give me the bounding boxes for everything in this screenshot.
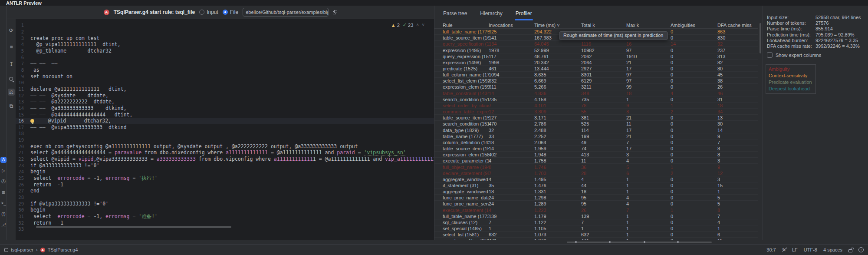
readonly-pen-icon[interactable]: ✎ xyxy=(782,247,786,253)
code-line[interactable]: 30begin xyxy=(16,207,434,213)
code-line[interactable]: 14—— —— @a333333333333 dtkind, xyxy=(16,105,434,112)
input-radio-dot[interactable] xyxy=(199,10,204,15)
column-header[interactable]: Time (ms) ˅ xyxy=(534,23,581,28)
code-line[interactable]: 15—— —— @a4444444444444444 dtint, xyxy=(16,111,434,118)
column-header[interactable]: Ambiguities xyxy=(671,23,717,28)
code-line[interactable]: 10 xyxy=(16,79,434,86)
table-row[interactable]: execute_parameter (1…41.75811403 xyxy=(434,158,758,164)
table-row[interactable]: aggregate_windowed…41.4954103 xyxy=(434,176,758,182)
expert-columns-checkbox[interactable] xyxy=(767,52,773,58)
code-line[interactable]: 7—— —— —— xyxy=(16,60,434,67)
encoding[interactable]: UTF-8 xyxy=(804,247,817,252)
code-line[interactable]: 1 xyxy=(16,22,434,29)
table-row[interactable]: func_proc_name_data…241.29895405 xyxy=(434,195,758,201)
table-row[interactable]: common_table_expressi…123.809558234 xyxy=(434,109,758,115)
refresh-icon[interactable]: ⟳ xyxy=(8,27,15,34)
code-line[interactable]: 20exec nb_com_getsysconfig @a11111111111… xyxy=(16,143,434,149)
column-header[interactable]: Invocations xyxy=(489,23,534,28)
code-line[interactable]: 2 xyxy=(16,29,434,35)
profiler-table-header[interactable]: RuleInvocationsTime (ms) ˅Total kMax kAm… xyxy=(434,21,758,29)
browse-file-icon[interactable] xyxy=(333,10,337,14)
hierarchy-icon[interactable]: ⧉ xyxy=(8,103,15,109)
code-line[interactable]: 13—— —— @a2222222222 dtdate, xyxy=(16,99,434,105)
table-row[interactable]: search_condition (1519)7354.1587351031 xyxy=(434,96,758,103)
file-path-field[interactable]: ebelice/Github/tsql-parser/examples/big.… xyxy=(243,8,329,17)
line-ending[interactable]: LF xyxy=(792,247,798,252)
column-header[interactable]: Max k xyxy=(626,23,671,28)
table-row[interactable]: select_list_elem (1592)6326.669612997038 xyxy=(434,78,758,84)
settings-branch-icon[interactable]: ⎇ xyxy=(0,222,7,228)
code-editor[interactable]: 123create proc up_com_test4 @p_vipa11111… xyxy=(16,19,434,240)
table-row[interactable]: full_table_name (1773)1391.179139107 xyxy=(434,213,758,219)
table-row[interactable]: search_condition (1517)4702.78652511030 xyxy=(434,121,758,127)
layers-icon[interactable]: ≣ xyxy=(0,189,7,195)
search-icon[interactable] xyxy=(8,76,15,83)
code-line[interactable]: 17—— —— @vipa333333333333 dtkind xyxy=(16,124,434,131)
table-row[interactable]: query_specification (1548)13464.04511161… xyxy=(434,41,758,47)
code-line[interactable]: 32 return -1 xyxy=(16,219,434,226)
next-issue-icon[interactable]: ˅ xyxy=(422,23,424,27)
code-line[interactable]: 24begin xyxy=(16,169,434,175)
table-row[interactable]: full_column_name (17…10948.635830197045 xyxy=(434,72,758,78)
table-row[interactable]: data_type (1829)322.48811417014 xyxy=(434,127,758,133)
code-line[interactable]: 22select @vipid = vipid,@vipa33333333333… xyxy=(16,156,434,162)
code-line[interactable]: 27end xyxy=(16,188,434,194)
code-line[interactable]: 11declare @a1111111111111 dtint, xyxy=(16,86,434,93)
notifications-icon[interactable]: ! xyxy=(858,247,864,252)
table-row[interactable]: full_object_name (1942)81.74636519 xyxy=(434,164,758,170)
table-row[interactable]: aggregate_windowed…181.33118101 xyxy=(434,189,758,195)
code-line[interactable]: 3create proc up_com_test xyxy=(16,35,434,41)
code-line[interactable]: 23if @a333333333333 !='0' xyxy=(16,162,434,169)
input-radio[interactable]: Input xyxy=(199,9,218,15)
column-header[interactable]: Rule xyxy=(443,23,489,28)
intention-bulb-icon[interactable] xyxy=(30,119,34,123)
scroll-to-source-icon[interactable]: ↧ xyxy=(8,61,15,68)
table-row[interactable]: select_list (1581)6321.073632106 xyxy=(434,232,758,238)
unlock-icon[interactable] xyxy=(848,249,852,252)
code-line[interactable]: 31 select errorcode = -1, errormsg = '准备… xyxy=(16,213,434,220)
inspection-widget[interactable]: ▲ 2 ✓ 23 ˄ ˅ xyxy=(391,22,424,28)
grammar-icon[interactable]: Ⓐ xyxy=(0,179,7,185)
table-row[interactable]: query_expression (1527)11748.76120621910… xyxy=(434,53,758,60)
table-row[interactable]: table_source_item (15…1273.17138121013 xyxy=(434,115,758,121)
code-line[interactable]: 25 select errorcode = -1, errormsg = '执行… xyxy=(16,175,434,182)
run-icon[interactable]: ▷ xyxy=(0,168,7,174)
code-line[interactable]: 6 xyxy=(16,54,434,60)
code-line[interactable]: 5 @p_tblname dtchar32 xyxy=(16,48,434,54)
bottom-splitter[interactable] xyxy=(0,240,868,244)
terminal-icon[interactable]: >_ xyxy=(0,200,7,206)
code-line[interactable]: 21select @a4444444444444444 = paravalue … xyxy=(16,149,434,156)
indent-setting[interactable]: 4 spaces xyxy=(823,247,842,252)
code-line[interactable]: 9set nocount on xyxy=(16,73,434,79)
antlr-preview-stripe-icon[interactable]: A xyxy=(0,157,7,163)
table-row[interactable]: select_order_by_clause (…74.101789118 xyxy=(434,103,758,109)
column-header[interactable]: Total k xyxy=(581,23,626,28)
code-line[interactable]: 8 as xyxy=(16,67,434,73)
table-row[interactable]: declare_statement (95)71.703286212 xyxy=(434,170,758,176)
problems-icon[interactable]: (!) xyxy=(0,211,7,217)
table-row[interactable]: execute_statement (1290)41.22326718 xyxy=(434,207,758,213)
file-radio-dot[interactable] xyxy=(223,10,228,15)
code-line[interactable]: 28 xyxy=(16,194,434,201)
table-row[interactable]: expression_elem (1590)6115.266321199026 xyxy=(434,84,758,90)
tab-hierarchy[interactable]: Hierarchy xyxy=(476,8,506,20)
code-line[interactable]: 4 @p_vipa1111111111111 dtint, xyxy=(16,41,434,48)
tab-parse-tree[interactable]: Parse tree xyxy=(439,8,471,20)
table-row[interactable]: func_proc_name_serv…241.28995405 xyxy=(434,201,758,207)
code-line[interactable]: 12—— —— @sysdate dtdate, xyxy=(16,92,434,99)
code-line[interactable]: 19 xyxy=(16,137,434,143)
table-row[interactable]: if_statement (31)351.476441015 xyxy=(434,182,758,189)
expert-columns-row[interactable]: Show expert columns xyxy=(767,52,821,58)
table-row[interactable]: sql_clauses (12)71.1227104 xyxy=(434,219,758,225)
stop-icon[interactable]: ■ xyxy=(8,43,15,50)
table-row[interactable]: column_definition (1421)182.06449707 xyxy=(434,139,758,146)
breadcrumb-project[interactable]: tsql-parser xyxy=(11,247,33,252)
table-vertical-scrollbar[interactable] xyxy=(760,23,761,53)
breadcrumb[interactable]: tsql-parser › A TSqlParser.g4 xyxy=(4,247,78,252)
table-row[interactable]: expression_elem (1589)4021.948413308 xyxy=(434,152,758,158)
table-row[interactable]: expression (1495)197852.99910982970237 xyxy=(434,47,758,53)
table-row[interactable]: predicate (1525)46113.444292717080 xyxy=(434,66,758,72)
breadcrumb-file[interactable]: TSqlParser.g4 xyxy=(48,247,78,252)
table-horizontal-scrollbar[interactable] xyxy=(567,242,712,243)
caret-position[interactable]: 30:7 xyxy=(766,247,776,252)
